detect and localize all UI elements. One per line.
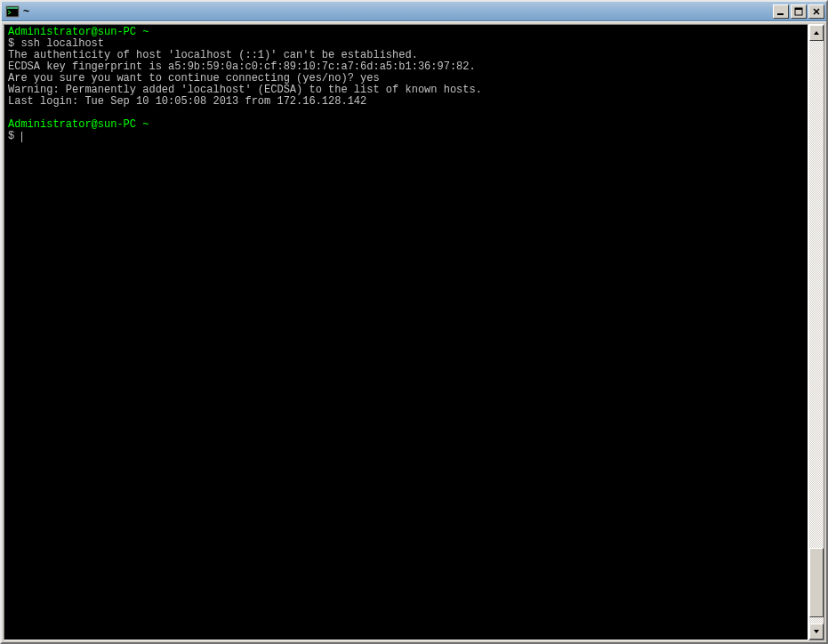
terminal-output[interactable]: Administrator@sun-PC ~$ ssh localhostThe… bbox=[4, 24, 808, 640]
output-line: Last login: Tue Sep 10 10:05:08 2013 fro… bbox=[8, 96, 804, 108]
terminal-window: ~ Administrator@sun-PC ~$ ssh localhostT… bbox=[2, 2, 826, 642]
scroll-up-button[interactable] bbox=[809, 25, 824, 41]
scroll-down-button[interactable] bbox=[809, 624, 824, 640]
window-controls bbox=[771, 4, 824, 19]
close-button[interactable] bbox=[808, 4, 824, 19]
prompt-symbol: $ bbox=[8, 130, 20, 142]
svg-rect-1 bbox=[7, 7, 18, 9]
prompt-line: Administrator@sun-PC ~ bbox=[8, 119, 804, 131]
prompt-line: Administrator@sun-PC ~ bbox=[8, 27, 804, 38]
svg-rect-4 bbox=[795, 8, 802, 10]
app-icon bbox=[5, 4, 20, 19]
minimize-button[interactable] bbox=[773, 4, 789, 19]
maximize-button[interactable] bbox=[791, 4, 807, 19]
titlebar[interactable]: ~ bbox=[2, 2, 826, 21]
scroll-thumb[interactable] bbox=[809, 548, 824, 618]
cursor bbox=[21, 132, 22, 142]
client-area: Administrator@sun-PC ~$ ssh localhostThe… bbox=[2, 21, 826, 642]
command-line: $ bbox=[8, 131, 804, 142]
svg-rect-2 bbox=[777, 13, 784, 15]
scroll-track[interactable] bbox=[809, 41, 824, 624]
window-title: ~ bbox=[23, 5, 771, 18]
vertical-scrollbar[interactable] bbox=[808, 24, 824, 640]
